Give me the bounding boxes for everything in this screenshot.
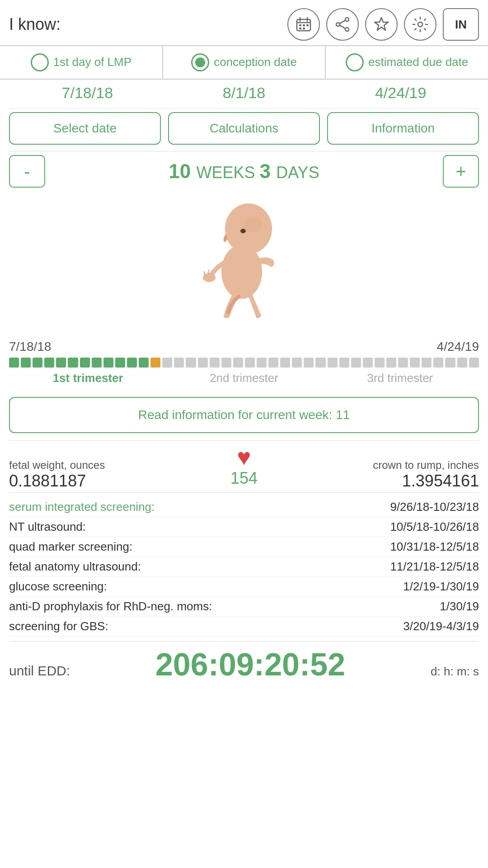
heart-icon: ♥	[237, 445, 251, 469]
due-radio[interactable]	[346, 53, 364, 71]
list-item: anti-D prophylaxis for RhD-neg. moms:1/3…	[9, 597, 479, 617]
svg-point-20	[244, 216, 262, 232]
countdown-row: until EDD: 206:09:20:52 d: h: m: s	[0, 642, 488, 689]
weeks-row: - 10 WEEKS 3 DAYS +	[0, 151, 488, 195]
svg-rect-5	[303, 24, 305, 26]
screening-label: screening for GBS:	[9, 619, 108, 633]
progress-segment-green	[92, 358, 102, 368]
fetal-weight-label: fetal weight, ounces	[9, 459, 212, 472]
screening-date: 10/5/18-10/26/18	[390, 520, 479, 534]
progress-segment-gray	[292, 358, 302, 368]
screening-label: quad marker screening:	[9, 540, 132, 554]
conception-option[interactable]: conception date	[163, 46, 326, 79]
progress-dates: 7/18/18 4/24/19	[9, 340, 479, 354]
trimester-labels: 1st trimester 2nd trimester 3rd trimeste…	[9, 371, 479, 385]
progress-segment-gray	[186, 358, 196, 368]
progress-segment-gray	[457, 358, 467, 368]
progress-segment-gray	[445, 358, 455, 368]
trimester-3-label: 3rd trimester	[322, 371, 478, 385]
crown-rump-stat: crown to rump, inches 1.3954161	[276, 459, 479, 491]
progress-segment-gray	[304, 358, 314, 368]
lmp-option[interactable]: 1st day of LMP	[0, 46, 163, 79]
progress-segment-green	[33, 358, 42, 368]
lmp-label: 1st day of LMP	[53, 55, 131, 69]
list-item: quad marker screening:10/31/18-12/5/18	[9, 537, 479, 557]
calculations-button[interactable]: Calculations	[168, 112, 320, 145]
days-label: DAYS	[276, 163, 319, 182]
weeks-display: 10 WEEKS 3 DAYS	[52, 160, 436, 183]
progress-segment-gray	[433, 358, 443, 368]
progress-segment-gray	[174, 358, 184, 368]
svg-point-17	[221, 245, 262, 299]
svg-rect-6	[306, 24, 309, 26]
progress-segment-gray	[339, 358, 349, 368]
progress-segment-gray	[422, 358, 432, 368]
progress-segment-gray	[280, 358, 290, 368]
screening-label: glucose screening:	[9, 580, 107, 594]
select-date-button[interactable]: Select date	[9, 112, 161, 145]
progress-segment-green	[68, 358, 78, 368]
top-bar: I know:	[0, 0, 488, 45]
days-number: 3	[260, 160, 271, 182]
progress-segment-gray	[257, 358, 267, 368]
list-item: screening for GBS:3/20/19-4/3/19	[9, 617, 479, 637]
buttons-row: Select date Calculations Information	[0, 108, 488, 151]
svg-point-19	[240, 229, 246, 233]
screening-section: serum integrated screening:9/26/18-10/23…	[0, 493, 488, 641]
calendar-icon-btn[interactable]	[287, 8, 320, 41]
svg-rect-7	[299, 28, 301, 29]
share-icon-btn[interactable]	[326, 8, 359, 41]
progress-segment-green	[80, 358, 90, 368]
weeks-label: WEEKS	[197, 163, 260, 182]
progress-segment-green	[139, 358, 149, 368]
lmp-date: 7/18/18	[9, 84, 166, 102]
due-label: estimated due date	[368, 55, 468, 69]
conception-radio[interactable]	[191, 53, 209, 71]
conception-label: conception date	[214, 55, 297, 69]
svg-point-11	[336, 23, 340, 26]
heart-rate-value: 154	[230, 469, 258, 488]
crown-rump-label: crown to rump, inches	[276, 459, 479, 472]
i-know-label: I know:	[9, 15, 61, 34]
svg-point-10	[345, 28, 349, 31]
dates-row: 7/18/18 8/1/18 4/24/19	[0, 80, 488, 108]
fetus-container	[0, 195, 488, 340]
units-btn[interactable]: IN	[443, 8, 479, 41]
trimester-2-label: 2nd trimester	[166, 371, 322, 385]
svg-rect-4	[299, 24, 301, 26]
progress-segment-green	[115, 358, 125, 368]
dhms-label: d: h: m: s	[431, 665, 479, 679]
fetus-image	[190, 202, 298, 328]
svg-marker-14	[375, 18, 388, 30]
progress-segment-gray	[363, 358, 373, 368]
due-date-option[interactable]: estimated due date	[326, 46, 488, 79]
progress-segment-green	[9, 358, 19, 368]
progress-end-date: 4/24/19	[437, 340, 479, 354]
screening-date: 1/30/19	[440, 599, 479, 613]
svg-point-9	[345, 18, 349, 21]
fetal-weight-value: 0.1881187	[9, 472, 212, 491]
read-info-button[interactable]: Read information for current week: 11	[9, 397, 479, 433]
svg-line-13	[340, 25, 345, 28]
stats-row: fetal weight, ounces 0.1881187 ♥ 154 cro…	[0, 441, 488, 492]
screening-date: 3/20/19-4/3/19	[403, 619, 479, 633]
crown-rump-value: 1.3954161	[276, 472, 479, 491]
progress-segment-gray	[245, 358, 255, 368]
progress-segment-gray	[398, 358, 408, 368]
progress-segment-green	[56, 358, 66, 368]
information-button[interactable]: Information	[327, 112, 479, 145]
screening-date: 1/2/19-1/30/19	[403, 580, 479, 594]
star-icon-btn[interactable]	[365, 8, 398, 41]
due-date: 4/24/19	[322, 84, 479, 102]
progress-bar	[9, 358, 479, 368]
progress-segment-gray	[162, 358, 172, 368]
settings-icon-btn[interactable]	[404, 8, 436, 41]
minus-button[interactable]: -	[9, 155, 45, 188]
lmp-radio[interactable]	[31, 53, 49, 71]
progress-segment-gray	[221, 358, 231, 368]
heart-rate-stat: ♥ 154	[217, 445, 271, 491]
plus-button[interactable]: +	[443, 155, 479, 188]
progress-segment-green	[103, 358, 113, 368]
progress-segment-gray	[351, 358, 361, 368]
progress-segment-gray	[375, 358, 385, 368]
